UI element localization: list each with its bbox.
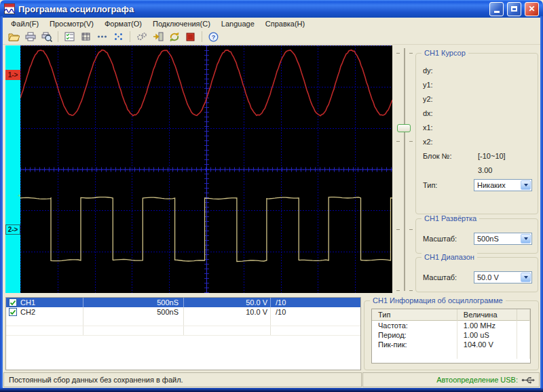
window-title: Программа осциллографа (18, 4, 486, 14)
menu-file[interactable]: Файл(F) (5, 18, 44, 29)
status-message-panel: Постоянный сбор данных без сохранения в … (3, 372, 362, 387)
freq-value: 1.00 MHz (457, 321, 518, 330)
ch1-range-panel: CH1 Диапазон Масштаб: 50.0 V (415, 257, 538, 292)
refresh-icon (169, 32, 180, 41)
freq-label: Частота: (372, 321, 457, 330)
panel-title: CH1 Информация об осциллограмме (370, 296, 506, 305)
app-icon (4, 3, 15, 14)
help-icon: ? (208, 32, 219, 42)
print-icon (25, 32, 36, 41)
cursor-type-select[interactable]: Никаких (474, 179, 532, 191)
slider-track[interactable] (404, 48, 405, 291)
slider-thumb[interactable] (397, 124, 411, 132)
usb-autodetect-label: Автоопределение USB: (436, 376, 518, 384)
channel-probe: /10 (271, 298, 360, 307)
maximize-button[interactable] (507, 2, 521, 16)
menu-connections[interactable]: Подключения(C) (147, 18, 216, 29)
range-scale-value: 50.0 V (474, 273, 521, 281)
sweep-scale-select[interactable]: 500nS (474, 233, 532, 245)
menu-bar: Файл(F) Просмотр(V) Формат(O) Подключени… (3, 18, 540, 29)
window-border-bottom (0, 388, 543, 392)
channel-list-icon (64, 32, 75, 41)
chevron-down-icon[interactable] (521, 234, 531, 243)
sweep-scale-value: 500nS (474, 235, 521, 243)
menu-help[interactable]: Справка(H) (260, 18, 310, 29)
refresh-connection-button[interactable] (166, 30, 182, 44)
channel-timebase: 500nS (83, 298, 184, 307)
print-preview-icon (41, 32, 52, 42)
cursor-points-button[interactable] (111, 30, 126, 44)
print-preview-button[interactable] (39, 30, 54, 44)
status-message: Постоянный сбор данных без сохранения в … (9, 376, 183, 384)
channel-range: 50.0 V (184, 298, 271, 307)
cursor-type-value: Никаких (474, 181, 521, 189)
x2-label: x2: (423, 138, 478, 146)
toolbar: ? (3, 29, 540, 45)
channel-probe: /10 (271, 308, 360, 316)
range-scale-select[interactable]: 50.0 V (474, 271, 532, 283)
stop-icon (186, 33, 195, 41)
dots-icon (97, 35, 107, 39)
minimize-button[interactable] (489, 2, 504, 16)
ch1-sweep-panel: CH1 Развёртка Масштаб: 500nS (415, 218, 538, 254)
pkpk-label: Пик-пик: (372, 340, 457, 349)
channel-timebase: 500nS (83, 307, 184, 317)
channel-table: CH1 500nS 50.0 V /10 CH2 500nS 10.0 V /1… (5, 297, 361, 370)
toolbar-separator (202, 31, 202, 42)
window-border-left (0, 16, 3, 392)
menu-language[interactable]: Language (216, 18, 260, 29)
range-scale-label: Масштаб: (423, 273, 474, 281)
sweep-scale-label: Масштаб: (423, 235, 474, 243)
dx-label: dx: (423, 109, 478, 117)
ch2-position-marker[interactable]: 2-> (5, 224, 20, 235)
ch1-waveform-info-panel: CH1 Информация об осциллограмме Тип Вели… (364, 300, 539, 370)
chevron-down-icon[interactable] (521, 180, 531, 190)
table-row-ch1[interactable]: CH1 500nS 50.0 V /10 (6, 298, 360, 307)
y2-label: y2: (423, 95, 478, 103)
app-window: Программа осциллографа ✕ Файл(F) Просмот… (0, 0, 543, 392)
check-icon (10, 300, 16, 306)
scope-left-gutter: 1-> 2-> + (5, 45, 20, 293)
help-button[interactable]: ? (206, 30, 221, 44)
chevron-down-icon[interactable] (521, 273, 531, 282)
period-value: 1.00 uS (457, 330, 518, 340)
oscilloscope-display[interactable] (20, 45, 392, 293)
period-label: Период: (372, 330, 457, 340)
points-icon (114, 33, 123, 41)
settings-gears-button[interactable] (134, 30, 149, 44)
channel-name: CH1 (20, 298, 35, 307)
stop-acquisition-button[interactable] (183, 30, 198, 44)
block-number-value: 3.00 (478, 166, 492, 174)
ch1-position-marker[interactable]: 1-> (5, 70, 20, 80)
usb-icon (521, 376, 535, 384)
ch1-checkbox[interactable] (9, 298, 17, 307)
ch2-checkbox[interactable] (9, 308, 17, 316)
menu-format[interactable]: Формат(O) (99, 18, 147, 29)
trigger-level-slider (394, 45, 413, 293)
table-row-ch2[interactable]: CH2 500nS 10.0 V /10 (6, 307, 360, 317)
block-number-range: [-10~10] (478, 152, 506, 160)
panel-title: CH1 Развёртка (422, 214, 479, 222)
cursor-type-label: Тип: (423, 181, 474, 189)
connect-device-button[interactable] (150, 30, 166, 44)
panel-title: CH1 Курсор (422, 49, 468, 57)
print-button[interactable] (22, 30, 38, 44)
y1-label: y1: (423, 81, 478, 89)
channel-range: 10.0 V (184, 307, 271, 317)
info-col-type: Тип (372, 309, 457, 321)
channel-list-button[interactable] (62, 30, 77, 44)
title-bar[interactable]: Программа осциллографа ✕ (0, 0, 543, 18)
window-border-right (540, 16, 543, 392)
grid-setup-button[interactable] (78, 30, 94, 44)
open-button[interactable] (6, 30, 22, 44)
table-row-empty (6, 326, 360, 336)
menu-view[interactable]: Просмотр(V) (44, 18, 99, 29)
dy-label: dy: (423, 66, 478, 75)
close-button[interactable]: ✕ (525, 2, 539, 16)
measure-dots-button[interactable] (94, 30, 110, 44)
table-row-empty (6, 317, 360, 326)
ch1-cursor-panel: CH1 Курсор dy: y1: y2: dx: x1: x2: Блок … (415, 53, 538, 214)
info-table: Тип Величина Частота:1.00 MHz Период:1.0… (371, 309, 531, 364)
gears-icon (136, 32, 147, 41)
toolbar-separator (58, 31, 58, 42)
